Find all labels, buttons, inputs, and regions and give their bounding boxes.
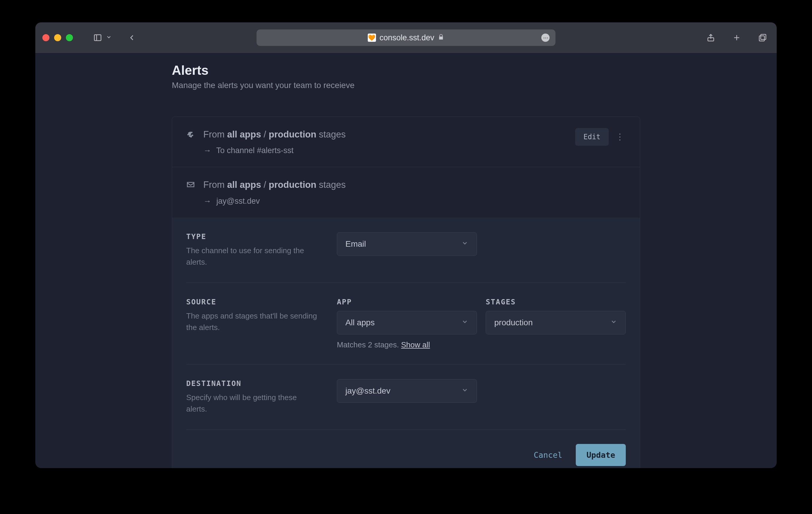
type-label: TYPE [186, 232, 319, 241]
page-title: Alerts [172, 63, 640, 78]
stages-select[interactable]: production [486, 311, 626, 334]
tabs-icon[interactable] [755, 31, 770, 45]
alert-to-text: → jay@sst.dev [203, 197, 346, 206]
destination-select-value: jay@sst.dev [345, 386, 390, 396]
cancel-button[interactable]: Cancel [531, 444, 566, 466]
alert-from-text: From all apps / production stages [203, 128, 346, 141]
show-all-link[interactable]: Show all [401, 340, 430, 349]
maximize-icon[interactable] [66, 34, 73, 41]
app-label: APP [337, 298, 477, 306]
chevron-down-icon[interactable] [106, 34, 113, 41]
type-select[interactable]: Email [337, 232, 477, 256]
sidebar-toggle-icon[interactable] [91, 31, 105, 45]
destination-select[interactable]: jay@sst.dev [337, 379, 477, 403]
reload-icon[interactable]: ⋯ [541, 33, 550, 42]
type-desc: The channel to use for sending the alert… [186, 245, 319, 268]
address-bar[interactable]: 🧡 console.sst.dev ⋯ [257, 29, 555, 46]
slack-icon [186, 130, 195, 139]
type-select-value: Email [345, 239, 366, 249]
minimize-icon[interactable] [54, 34, 61, 41]
alert-row: From all apps / production stages → To c… [172, 117, 640, 167]
stages-hint: Matches 2 stages. Show all [337, 340, 626, 349]
url-text: console.sst.dev [379, 33, 434, 43]
traffic-lights [42, 34, 73, 41]
source-label: SOURCE [186, 298, 319, 306]
stages-label: STAGES [486, 298, 626, 306]
page-content: Alerts Manage the alerts you want your t… [35, 53, 777, 468]
update-button[interactable]: Update [576, 444, 626, 466]
lock-icon [438, 33, 444, 43]
stages-select-value: production [494, 318, 533, 327]
alert-editor: TYPE The channel to use for sending the … [172, 218, 640, 468]
destination-label: DESTINATION [186, 379, 319, 388]
edit-button[interactable]: Edit [575, 128, 609, 146]
more-icon[interactable]: ⋮ [614, 130, 626, 143]
chevron-down-icon [610, 318, 617, 327]
alert-row: From all apps / production stages → jay@… [172, 167, 640, 217]
chevron-down-icon [461, 386, 468, 396]
svg-rect-0 [94, 35, 101, 40]
app-select-value: All apps [345, 318, 375, 327]
browser-window: 🧡 console.sst.dev ⋯ Alerts Manage the al… [35, 22, 777, 468]
email-icon [186, 180, 195, 189]
app-select[interactable]: All apps [337, 311, 477, 334]
favicon-icon: 🧡 [368, 33, 376, 42]
share-icon[interactable] [704, 31, 718, 45]
new-tab-icon[interactable] [730, 31, 744, 45]
destination-desc: Specify who will be getting these alerts… [186, 392, 319, 415]
alert-from-text: From all apps / production stages [203, 179, 346, 191]
back-icon[interactable] [125, 31, 139, 45]
alerts-card: From all apps / production stages → To c… [172, 116, 640, 468]
svg-rect-5 [761, 34, 766, 40]
source-desc: The apps and stages that'll be sending t… [186, 310, 319, 333]
page-subtitle: Manage the alerts you want your team to … [172, 81, 640, 90]
close-icon[interactable] [42, 34, 50, 41]
titlebar: 🧡 console.sst.dev ⋯ [35, 22, 777, 53]
chevron-down-icon [461, 239, 468, 249]
svg-rect-6 [759, 36, 765, 41]
chevron-down-icon [461, 318, 468, 327]
alert-to-text: → To channel #alerts-sst [203, 146, 346, 155]
